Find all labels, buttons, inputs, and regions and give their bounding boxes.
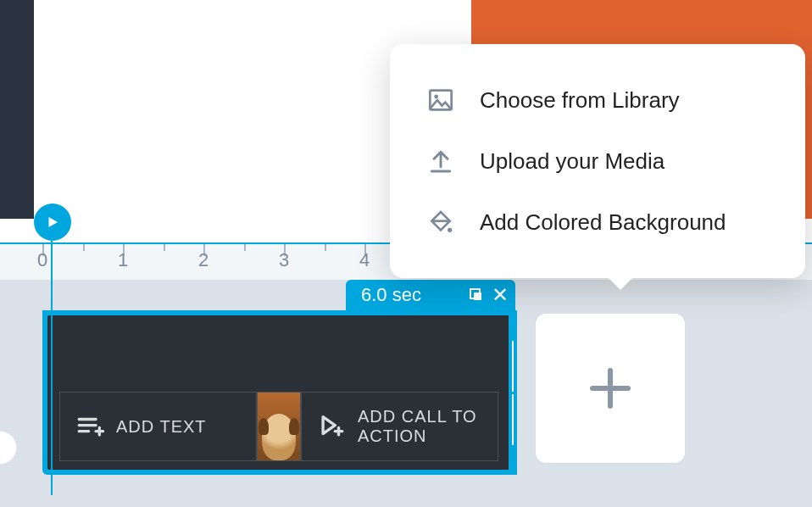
popover-item-label: Choose from Library [480,87,680,114]
play-icon [45,214,60,230]
ruler-tick-label: 4 [359,249,370,271]
add-cta-button[interactable]: ADD CALL TO ACTION [301,392,498,461]
ruler-tick-label: 0 [37,249,47,271]
svg-point-2 [448,228,452,232]
upload-icon [427,148,454,175]
add-cta-icon [317,412,346,441]
ruler-tick-label: 2 [198,249,209,271]
upload-media-item[interactable]: Upload your Media [390,131,805,192]
left-sidebar-strip [0,0,34,219]
add-cta-label: ADD CALL TO ACTION [358,407,482,446]
add-text-icon [75,412,104,441]
add-text-button[interactable]: ADD TEXT [59,392,257,461]
clip-duration-label: 6.0 sec [353,284,421,306]
close-icon[interactable]: ✕ [492,285,509,305]
playhead-line [51,241,53,495]
play-button[interactable] [34,203,71,241]
ruler-tick-label: 1 [118,249,128,271]
popover-item-label: Upload your Media [480,148,665,175]
duplicate-icon[interactable] [470,288,483,302]
clip-header[interactable]: 6.0 sec ✕ [346,280,515,310]
image-icon [427,86,454,114]
svg-point-1 [434,95,438,99]
timeline-clip[interactable]: ADD TEXT ADD CALL TO ACTION [42,310,515,475]
timeline-area: 6.0 sec ✕ ADD TEXT [0,280,812,507]
plus-icon [587,365,634,412]
add-text-label: ADD TEXT [116,417,207,437]
choose-from-library-item[interactable]: Choose from Library [390,70,805,131]
clip-resize-handle[interactable] [509,310,517,475]
add-media-popover: Choose from Library Upload your Media Ad… [390,44,805,278]
clip-thumbnail [257,392,301,461]
add-colored-background-item[interactable]: Add Colored Background [390,192,805,253]
popover-item-label: Add Colored Background [480,209,726,236]
paint-icon [427,209,454,236]
ruler-tick-label: 3 [279,249,289,271]
add-clip-button[interactable] [536,314,685,463]
